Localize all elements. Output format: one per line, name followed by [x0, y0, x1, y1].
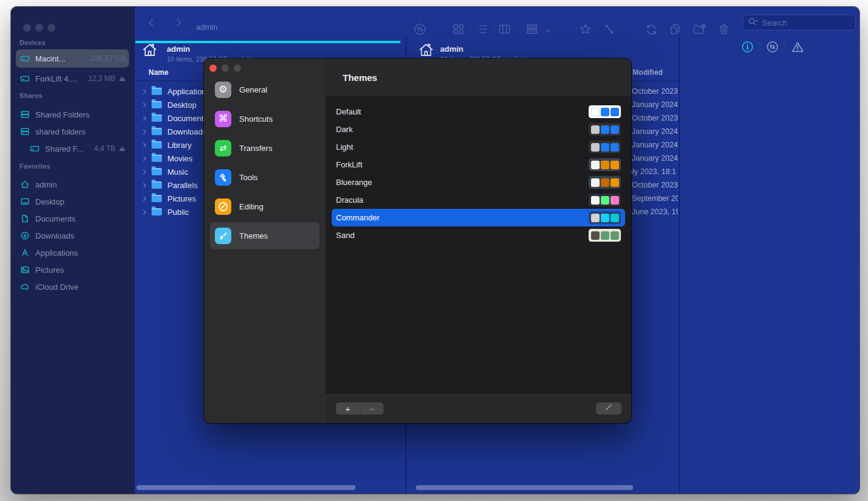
window-controls[interactable]: [23, 23, 60, 34]
sidebar-item-forklift-disk[interactable]: ForkLift 4.... 12,3 MB ⏏: [16, 70, 129, 87]
settings-tab-themes[interactable]: Themes: [210, 222, 320, 249]
folder-icon: [152, 141, 162, 149]
folder-icon: [152, 181, 162, 189]
activity-panel-button[interactable]: [765, 39, 780, 55]
settings-tab-editing[interactable]: Editing: [210, 193, 320, 220]
folder-icon: [152, 168, 162, 175]
disclosure-chevron-icon[interactable]: [142, 180, 147, 191]
home-icon: [141, 41, 158, 61]
new-folder-button[interactable]: [691, 21, 707, 37]
sidebar-item-pictures[interactable]: Pictures: [16, 261, 129, 278]
pane-divider[interactable]: [679, 37, 680, 494]
theme-swatch: [589, 105, 621, 118]
zoom-icon[interactable]: [234, 65, 241, 72]
back-button[interactable]: [144, 15, 159, 30]
copy-button[interactable]: [667, 21, 683, 37]
close-window-icon[interactable]: [23, 24, 31, 32]
theme-row-light[interactable]: Light: [332, 138, 625, 156]
disclosure-chevron-icon[interactable]: [142, 86, 147, 97]
sidebar-item-macintosh[interactable]: Macint... 238,57 GB: [16, 49, 129, 68]
disclosure-chevron-icon[interactable]: [142, 206, 147, 217]
disclosure-chevron-icon[interactable]: [142, 126, 147, 137]
console-warning-button[interactable]: [789, 39, 805, 55]
theme-row-sand[interactable]: Sand: [332, 226, 625, 244]
list-view-button[interactable]: [474, 21, 490, 37]
hammer-icon: [215, 169, 231, 186]
column-header-name[interactable]: Name: [149, 68, 169, 77]
zoom-window-icon[interactable]: [47, 24, 55, 32]
sidebar-item-shared-folders[interactable]: Shared Folders: [16, 106, 129, 123]
group-by-button[interactable]: [525, 21, 541, 37]
date-modified-cell: September 202: [632, 192, 678, 205]
theme-row-dark[interactable]: Dark: [332, 121, 625, 138]
folder-icon: [152, 101, 162, 108]
pencil-icon: [215, 198, 231, 215]
sidebar-item-applications[interactable]: Applications: [16, 244, 129, 261]
disclosure-chevron-icon[interactable]: [142, 166, 147, 177]
search-input[interactable]: Search: [743, 15, 856, 30]
eject-icon[interactable]: ⏏: [119, 145, 125, 153]
edit-pencil-icon: [604, 403, 613, 414]
theme-row-commander[interactable]: Commander: [332, 209, 625, 226]
favorites-star-button[interactable]: [577, 21, 593, 37]
theme-swatch: [589, 176, 621, 189]
trash-button[interactable]: [716, 21, 732, 37]
remove-theme-button[interactable]: −: [360, 403, 383, 415]
eject-icon[interactable]: ⏏: [119, 75, 125, 83]
close-icon[interactable]: [209, 65, 217, 72]
sidebar-item-shared-folders-2[interactable]: shared folders: [16, 123, 129, 140]
sidebar-item-admin[interactable]: admin: [16, 176, 129, 193]
minimize-window-icon[interactable]: [35, 24, 43, 32]
settings-window-controls[interactable]: [209, 63, 246, 74]
settings-tab-general[interactable]: ⚙ General: [210, 76, 320, 103]
settings-tab-shortcuts[interactable]: ⌘ Shortcuts: [210, 105, 320, 132]
theme-row-forklift[interactable]: ForkLift: [332, 156, 625, 173]
pictures-icon: [19, 265, 30, 275]
server-icon: [19, 127, 30, 136]
column-view-button[interactable]: [497, 21, 513, 37]
settings-tab-tools[interactable]: Tools: [210, 164, 320, 191]
info-panel-button[interactable]: [740, 39, 755, 55]
sync-button[interactable]: [643, 21, 659, 37]
transfer-queue-icon[interactable]: [412, 21, 428, 37]
pane-title: admin: [440, 44, 463, 54]
settings-header: Themes: [326, 58, 631, 97]
folder-icon: [152, 208, 162, 215]
devices-section-label: Devices: [19, 39, 46, 46]
tab-title[interactable]: admin: [196, 23, 217, 32]
theme-row-dracula[interactable]: Dracula: [332, 191, 625, 209]
horizontal-scrollbar[interactable]: [416, 485, 633, 490]
chevron-down-icon[interactable]: [541, 23, 556, 39]
date-modified-cell: January 2024: [632, 152, 678, 165]
sidebar-item-icloud-drive[interactable]: iCloud Drive: [16, 278, 129, 295]
toolbar-separator: [494, 24, 494, 34]
toolbar-separator: [471, 24, 471, 34]
folder-icon: [152, 128, 162, 135]
desktop-icon: [19, 197, 30, 206]
minimize-icon[interactable]: [222, 65, 229, 72]
sidebar-item-desktop[interactable]: Desktop: [16, 193, 129, 210]
disclosure-chevron-icon[interactable]: [142, 153, 147, 164]
edit-theme-button[interactable]: [596, 402, 621, 415]
date-modified-cell: June 2023, 19: [632, 205, 678, 219]
disclosure-chevron-icon[interactable]: [142, 193, 147, 204]
sidebar-item-shared-f-volume[interactable]: Shared F... 4,4 TB ⏏: [26, 140, 129, 157]
settings-tab-transfers[interactable]: ⇄ Transfers: [210, 135, 320, 161]
disclosure-chevron-icon[interactable]: [142, 99, 147, 110]
folder-icon: [152, 114, 162, 122]
icon-view-button[interactable]: [450, 21, 466, 37]
add-theme-button[interactable]: +: [336, 403, 360, 415]
forward-button[interactable]: [170, 15, 186, 30]
connect-button[interactable]: [601, 21, 617, 37]
sidebar-item-documents[interactable]: Documents: [16, 210, 129, 227]
pane-title: admin: [167, 44, 190, 54]
themes-footer: + −: [326, 394, 631, 423]
date-modified-cell: October 2023: [632, 178, 678, 192]
sidebar-item-downloads[interactable]: Downloads: [16, 227, 129, 244]
theme-row-bluerange[interactable]: Bluerange: [332, 173, 625, 191]
disclosure-chevron-icon[interactable]: [142, 139, 147, 150]
disclosure-chevron-icon[interactable]: [142, 113, 147, 124]
theme-row-default[interactable]: Default: [332, 103, 625, 121]
horizontal-scrollbar[interactable]: [136, 485, 355, 490]
toolbar-separator: [760, 41, 760, 51]
